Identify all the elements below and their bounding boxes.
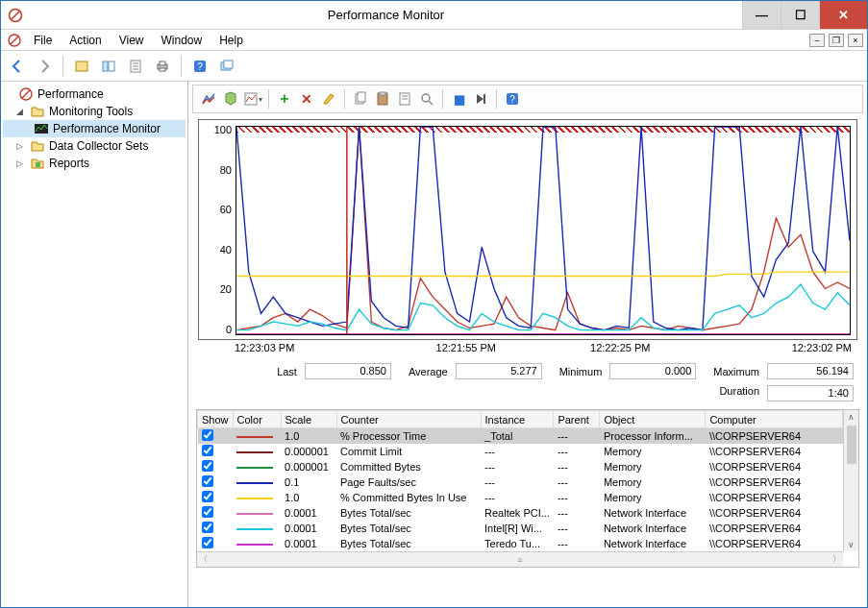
tree-data-collector-sets[interactable]: ▷ Data Collector Sets: [3, 137, 186, 155]
close-button[interactable]: ✕: [819, 1, 867, 29]
chart-plot[interactable]: [236, 126, 851, 335]
folder-icon: [30, 138, 45, 154]
tree-performance-monitor[interactable]: Performance Monitor: [3, 120, 186, 137]
col-parent[interactable]: Parent: [554, 411, 600, 428]
svg-line-19: [22, 90, 30, 98]
minimize-button[interactable]: —: [742, 1, 781, 29]
color-swatch: [236, 467, 273, 469]
table-row[interactable]: 1.0% Processor Time_Total---Processor In…: [198, 428, 843, 444]
tree-root-label: Performance: [37, 87, 104, 101]
maximize-button[interactable]: ☐: [781, 1, 819, 29]
title-bar: Performance Monitor — ☐ ✕: [1, 1, 867, 30]
col-counter[interactable]: Counter: [336, 411, 481, 428]
help-button[interactable]: ?: [189, 56, 211, 77]
svg-rect-5: [103, 61, 108, 71]
update-button[interactable]: [471, 89, 490, 109]
view-current-button[interactable]: [199, 89, 218, 109]
color-swatch: [236, 513, 273, 515]
col-scale[interactable]: Scale: [281, 411, 336, 428]
view-log-button[interactable]: [221, 89, 240, 109]
new-window-button[interactable]: [216, 56, 237, 77]
object-cell: Network Interface: [600, 536, 706, 551]
window-title: Performance Monitor: [30, 8, 742, 22]
object-cell: Memory: [600, 474, 706, 490]
horizontal-scrollbar[interactable]: 〈≡〉: [197, 551, 843, 567]
mdi-minimize-button[interactable]: –: [809, 34, 825, 47]
show-checkbox[interactable]: [202, 429, 213, 441]
scale-cell: 1.0: [281, 428, 336, 444]
tree-reports[interactable]: ▷ Reports: [3, 155, 186, 172]
show-checkbox[interactable]: [202, 537, 213, 548]
forward-button[interactable]: [34, 56, 55, 77]
xtick-1: 12:21:55 PM: [389, 342, 544, 353]
svg-rect-4: [76, 61, 87, 71]
tree-perfmon-label: Performance Monitor: [53, 122, 161, 135]
col-show[interactable]: Show: [198, 411, 234, 428]
col-instance[interactable]: Instance: [481, 411, 554, 428]
menu-view[interactable]: View: [112, 32, 152, 49]
table-row[interactable]: 0.0001Bytes Total/secTeredo Tu...---Netw…: [198, 536, 843, 551]
table-row[interactable]: 0.0001Bytes Total/secRealtek PCI...---Ne…: [198, 505, 843, 521]
paste-button[interactable]: [373, 89, 392, 109]
color-swatch: [236, 528, 273, 530]
menu-action[interactable]: Action: [62, 32, 109, 49]
vertical-scrollbar[interactable]: ∧∨: [843, 410, 858, 551]
svg-rect-26: [380, 92, 385, 95]
properties-button[interactable]: [125, 56, 146, 77]
properties-counter-button[interactable]: [395, 89, 414, 109]
svg-line-31: [429, 101, 433, 105]
add-counter-button[interactable]: +: [275, 89, 294, 109]
table-row[interactable]: 1.0% Committed Bytes In Use------Memory\…: [198, 490, 843, 505]
delete-counter-button[interactable]: ✕: [297, 89, 316, 109]
show-checkbox[interactable]: [202, 475, 213, 487]
svg-rect-24: [358, 92, 365, 102]
table-row[interactable]: 0.000001Committed Bytes------Memory\\COR…: [198, 459, 843, 474]
print-button[interactable]: [152, 56, 173, 77]
copy-button[interactable]: [351, 89, 370, 109]
table-row[interactable]: 0.1Page Faults/sec------Memory\\CORPSERV…: [198, 474, 843, 490]
back-button[interactable]: [7, 56, 28, 77]
help-perfmon-button[interactable]: ?: [503, 89, 522, 109]
computer-cell: \\CORPSERVER64: [706, 490, 843, 505]
show-checkbox[interactable]: [202, 506, 213, 518]
show-checkbox[interactable]: [202, 522, 213, 533]
show-hide-tree-button[interactable]: [71, 56, 92, 77]
min-value: 0.000: [609, 363, 696, 379]
mdi-restore-button[interactable]: ❐: [829, 34, 844, 47]
scale-cell: 1.0: [281, 490, 336, 505]
duration-value: 1:40: [767, 385, 854, 401]
zoom-button[interactable]: [417, 89, 436, 109]
svg-rect-20: [35, 124, 48, 134]
highlight-button[interactable]: [319, 89, 338, 109]
xtick-0: 12:23:03 PM: [235, 342, 389, 353]
parent-cell: ---: [554, 521, 600, 536]
show-checkbox[interactable]: [202, 460, 213, 472]
folder-icon: [30, 104, 45, 119]
computer-cell: \\CORPSERVER64: [706, 474, 843, 490]
ytick-100: 100: [214, 124, 232, 135]
show-checkbox[interactable]: [202, 491, 213, 502]
view-button[interactable]: [98, 56, 119, 77]
ytick-60: 60: [220, 204, 232, 215]
parent-cell: ---: [554, 444, 600, 459]
chart-area[interactable]: 100 80 60 40 20 0: [198, 119, 857, 340]
show-checkbox[interactable]: [202, 445, 213, 456]
menu-window[interactable]: Window: [154, 32, 211, 49]
app-icon: [1, 8, 30, 23]
table-row[interactable]: 0.000001Commit Limit------Memory\\CORPSE…: [198, 444, 843, 459]
col-object[interactable]: Object: [600, 411, 706, 428]
menu-help[interactable]: Help: [211, 32, 251, 49]
mdi-close-button[interactable]: ×: [848, 34, 863, 47]
change-graph-button[interactable]: ▾: [243, 89, 262, 109]
computer-cell: \\CORPSERVER64: [706, 428, 843, 444]
tree-root[interactable]: Performance: [3, 85, 186, 103]
menu-file[interactable]: File: [26, 32, 60, 49]
tree-monitoring-tools[interactable]: ◢ Monitoring Tools: [3, 103, 186, 120]
scale-cell: 0.000001: [281, 459, 336, 474]
freeze-button[interactable]: ▮▮: [449, 89, 468, 109]
table-row[interactable]: 0.0001Bytes Total/secIntel[R] Wi...---Ne…: [198, 521, 843, 536]
object-cell: Network Interface: [600, 505, 706, 521]
col-computer[interactable]: Computer: [706, 411, 843, 428]
col-color[interactable]: Color: [233, 411, 281, 428]
counter-table[interactable]: Show Color Scale Counter Instance Parent…: [197, 410, 843, 551]
